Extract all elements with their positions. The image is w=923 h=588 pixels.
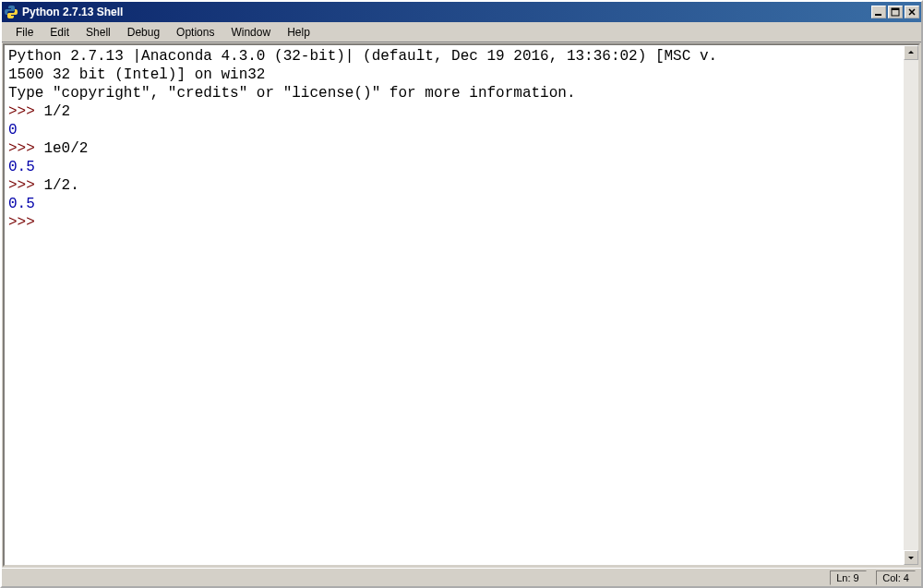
output-1: 0 xyxy=(8,122,18,138)
vertical-scrollbar[interactable] xyxy=(904,45,918,565)
output-2: 0.5 xyxy=(8,159,35,175)
scroll-up-button[interactable] xyxy=(904,45,918,60)
editor-wrap: Python 2.7.13 |Anaconda 4.3.0 (32-bit)| … xyxy=(3,43,920,567)
prompt: >>> xyxy=(8,140,43,157)
output-3: 0.5 xyxy=(8,196,35,212)
prompt: >>> xyxy=(8,214,43,231)
window-title: Python 2.7.13 Shell xyxy=(22,6,871,18)
statusbar: Ln: 9 Col: 4 xyxy=(2,568,921,586)
close-button[interactable] xyxy=(905,6,919,18)
status-line: Ln: 9 xyxy=(830,570,867,585)
prompt: >>> xyxy=(8,103,43,120)
menu-shell[interactable]: Shell xyxy=(78,24,119,41)
banner-line-3: Type "copyright", "credits" or "license(… xyxy=(8,85,576,102)
python-icon xyxy=(4,5,18,19)
menu-window[interactable]: Window xyxy=(222,24,279,41)
app-window: Python 2.7.13 Shell File Edit Shell Debu… xyxy=(0,0,923,588)
maximize-button[interactable] xyxy=(888,6,903,18)
menu-debug[interactable]: Debug xyxy=(119,24,168,41)
svg-rect-2 xyxy=(892,8,899,10)
banner-line-2: 1500 32 bit (Intel)] on win32 xyxy=(8,66,265,83)
status-col: Col: 4 xyxy=(876,570,916,585)
prompt: >>> xyxy=(8,177,43,194)
minimize-button[interactable] xyxy=(871,6,886,18)
titlebar[interactable]: Python 2.7.13 Shell xyxy=(2,2,921,22)
menu-help[interactable]: Help xyxy=(279,24,318,41)
scroll-down-button[interactable] xyxy=(904,550,918,565)
input-2: 1e0/2 xyxy=(43,140,88,157)
menubar: File Edit Shell Debug Options Window Hel… xyxy=(2,22,921,42)
scroll-track[interactable] xyxy=(904,60,918,550)
input-3: 1/2. xyxy=(43,177,78,194)
input-1: 1/2 xyxy=(43,103,70,120)
banner-line-1: Python 2.7.13 |Anaconda 4.3.0 (32-bit)| … xyxy=(8,48,717,65)
shell-text-area[interactable]: Python 2.7.13 |Anaconda 4.3.0 (32-bit)| … xyxy=(5,45,904,565)
menu-edit[interactable]: Edit xyxy=(42,24,78,41)
window-controls xyxy=(871,6,919,18)
menu-options[interactable]: Options xyxy=(168,24,222,41)
svg-rect-0 xyxy=(875,14,881,16)
menu-file[interactable]: File xyxy=(7,24,42,41)
